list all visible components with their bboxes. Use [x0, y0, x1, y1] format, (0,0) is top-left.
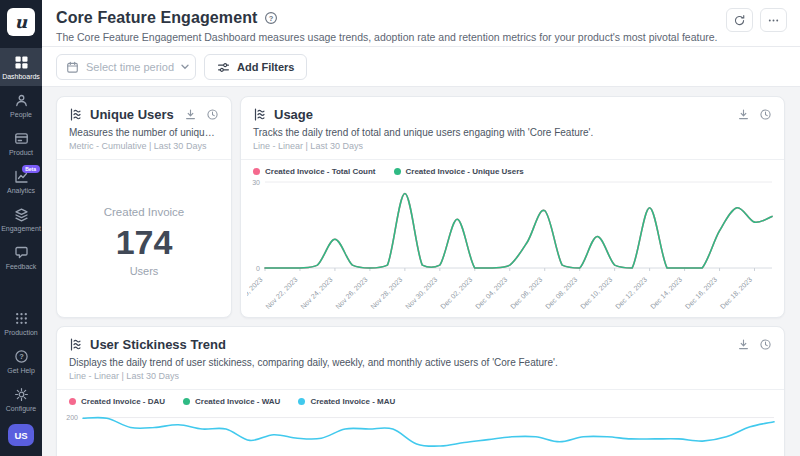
svg-text:200: 200 — [66, 414, 78, 421]
sidebar-item-label: Configure — [6, 405, 36, 412]
sidebar-item-label: Product — [9, 149, 33, 156]
card-meta: Line - Linear | Last 30 Days — [241, 141, 784, 151]
stickiness-line-chart: 200 — [63, 408, 780, 456]
download-icon[interactable] — [737, 338, 750, 351]
page-description: The Core Feature Engagement Dashboard me… — [56, 31, 786, 43]
page-title: Core Feature Engagement — [56, 9, 257, 27]
usage-card: Usage Tracks the daily trend of total an… — [240, 96, 785, 318]
card-description: Displays the daily trend of user stickin… — [57, 357, 784, 368]
svg-text:Dec 02, 2023: Dec 02, 2023 — [439, 276, 473, 310]
svg-text:Nov 24, 2023: Nov 24, 2023 — [299, 276, 333, 310]
legend-item: Created Invoice - MAU — [298, 397, 395, 406]
legend-label: Created Invoice - Total Count — [265, 167, 376, 176]
legend-item: Created Invoice - DAU — [69, 397, 165, 406]
card-meta: Line - Linear | Last 30 Days — [57, 371, 784, 381]
app-logo[interactable]: u — [7, 8, 35, 36]
svg-text:0: 0 — [256, 265, 260, 272]
dashboards-icon — [14, 55, 29, 70]
sidebar-item-label: Feedback — [6, 263, 37, 270]
clock-icon[interactable] — [759, 338, 772, 351]
sliders-icon — [217, 61, 230, 74]
add-filters-label: Add Filters — [237, 61, 294, 73]
help-circle-icon: ? — [14, 349, 29, 364]
filter-bar: Select time period Add Filters — [42, 47, 800, 87]
sidebar-item-label: Dashboards — [2, 73, 40, 80]
sidebar-item-label: Analytics — [7, 187, 35, 194]
card-description: Measures the number of unique users who … — [57, 127, 231, 138]
svg-text:Nov 26, 2023: Nov 26, 2023 — [334, 276, 368, 310]
beta-badge: Beta — [22, 165, 40, 173]
svg-text:Dec 16, 2023: Dec 16, 2023 — [684, 276, 718, 310]
title-help-icon[interactable]: ? — [264, 11, 278, 25]
page-header: Core Feature Engagement ? The Core Featu… — [42, 0, 800, 47]
legend-dot — [69, 398, 76, 405]
user-avatar[interactable]: US — [8, 424, 34, 446]
sidebar-item-analytics[interactable]: Beta Analytics — [0, 162, 42, 200]
card-title: Unique Users — [90, 107, 174, 122]
clock-icon[interactable] — [759, 108, 772, 121]
report-chart-icon — [69, 337, 84, 352]
legend-label: Created Invoice - WAU — [195, 397, 280, 406]
legend-item: Created Invoice - Total Count — [253, 167, 376, 176]
legend-label: Created Invoice - MAU — [310, 397, 395, 406]
product-icon — [14, 131, 29, 146]
dashboard-content: Unique Users Measures the number of uniq… — [42, 87, 800, 456]
feedback-icon — [14, 245, 29, 260]
stickiness-legend: Created Invoice - DAU Created Invoice - … — [57, 390, 784, 408]
add-filters-button[interactable]: Add Filters — [204, 54, 307, 80]
sidebar-item-product[interactable]: Product — [0, 124, 42, 162]
metric-value: 174 — [57, 223, 231, 262]
legend-dot — [253, 168, 260, 175]
stickiness-card: User Stickiness Trend Displays the daily… — [56, 326, 785, 456]
report-chart-icon — [69, 107, 84, 122]
svg-text:Nov 30, 2023: Nov 30, 2023 — [404, 276, 438, 310]
refresh-button[interactable] — [726, 8, 753, 32]
legend-label: Created Invoice - Unique Users — [406, 167, 524, 176]
time-period-placeholder: Select time period — [86, 61, 174, 73]
sidebar-item-get-help[interactable]: ? Get Help — [0, 342, 42, 380]
svg-text:Nov 20, 2023: Nov 20, 2023 — [247, 276, 264, 310]
card-description: Tracks the daily trend of total and uniq… — [241, 127, 784, 138]
sidebar-item-people[interactable]: People — [0, 86, 42, 124]
sidebar-item-configure[interactable]: Configure — [0, 380, 42, 418]
sidebar-item-feedback[interactable]: Feedback — [0, 238, 42, 276]
more-options-button[interactable] — [760, 8, 787, 32]
sidebar-item-production[interactable]: Production — [0, 304, 42, 342]
svg-text:Dec 10, 2023: Dec 10, 2023 — [579, 276, 613, 310]
svg-text:Dec 04, 2023: Dec 04, 2023 — [474, 276, 508, 310]
report-chart-icon — [253, 107, 268, 122]
usage-line-chart: 300Nov 20, 2023Nov 22, 2023Nov 24, 2023N… — [247, 178, 780, 318]
card-meta: Metric - Cumulative | Last 30 Days — [57, 141, 231, 151]
clock-icon[interactable] — [206, 108, 219, 121]
metric-label: Created Invoice — [57, 206, 231, 218]
sidebar-nav: Dashboards People Product Beta Analytics — [0, 48, 42, 276]
svg-text:Dec 06, 2023: Dec 06, 2023 — [509, 276, 543, 310]
main-area: Core Feature Engagement ? The Core Featu… — [42, 0, 800, 456]
svg-text:Dec 18, 2023: Dec 18, 2023 — [719, 276, 753, 310]
svg-text:Nov 22, 2023: Nov 22, 2023 — [264, 276, 298, 310]
sidebar-item-dashboards[interactable]: Dashboards — [0, 48, 42, 86]
sidebar-item-label: Production — [4, 329, 37, 336]
legend-dot — [298, 398, 305, 405]
svg-text:30: 30 — [252, 179, 260, 186]
sidebar-item-label: Engagement — [1, 225, 41, 232]
svg-text:Nov 28, 2023: Nov 28, 2023 — [369, 276, 403, 310]
download-icon[interactable] — [184, 108, 197, 121]
gear-icon — [14, 387, 29, 402]
svg-text:Dec 08, 2023: Dec 08, 2023 — [544, 276, 578, 310]
time-period-select[interactable]: Select time period — [56, 54, 196, 80]
legend-item: Created Invoice - WAU — [183, 397, 280, 406]
calendar-icon — [66, 61, 79, 74]
metric-unit: Users — [57, 265, 231, 277]
sidebar: u Dashboards People Product Beta Anal — [0, 0, 42, 456]
legend-dot — [183, 398, 190, 405]
legend-label: Created Invoice - DAU — [81, 397, 165, 406]
svg-text:?: ? — [269, 14, 274, 23]
download-icon[interactable] — [737, 108, 750, 121]
sidebar-item-engagement[interactable]: Engagement — [0, 200, 42, 238]
engagement-icon — [14, 207, 29, 222]
sidebar-item-label: People — [10, 111, 32, 118]
svg-text:Dec 14, 2023: Dec 14, 2023 — [649, 276, 683, 310]
production-grid-icon — [14, 311, 29, 326]
legend-dot — [394, 168, 401, 175]
